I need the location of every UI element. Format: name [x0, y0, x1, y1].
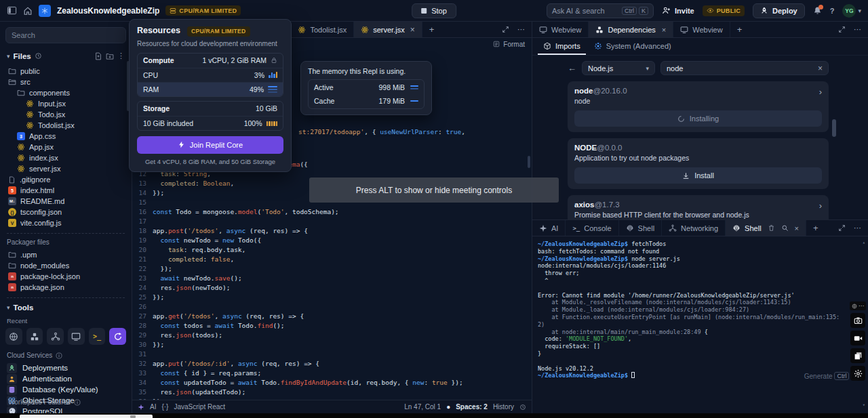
chevron-right-icon[interactable]: ›: [819, 201, 822, 211]
file-item-vite.config.js[interactable]: Vvite.config.js: [5, 217, 126, 228]
file-item-Input.jsx[interactable]: Input.jsx: [5, 98, 126, 109]
packager-item-package.json[interactable]: npackage.json: [5, 282, 126, 293]
package-list-scrollbar[interactable]: [832, 119, 836, 137]
project-name[interactable]: ZealousKnowledgeableZip: [57, 6, 159, 16]
deploy-button[interactable]: Deploy: [753, 3, 805, 18]
file-history-icon[interactable]: [35, 52, 42, 60]
terminal[interactable]: ~/ZealousKnowledgeableZip$ fetchTodosbas…: [532, 236, 868, 413]
chevron-right-icon[interactable]: ›: [819, 87, 822, 97]
pane-menu-icon[interactable]: ⋯: [517, 25, 525, 34]
panel-tab-webview[interactable]: Webview: [673, 22, 730, 37]
chevron-down-icon[interactable]: ▾: [7, 53, 10, 60]
cpu-ram-limited-badge[interactable]: CPU/RAM LIMITED: [165, 5, 241, 16]
packager-item-node_modules[interactable]: node_modules: [5, 260, 126, 271]
panel-tab-webview[interactable]: Webview: [532, 22, 589, 37]
cpu-row[interactable]: CPU3%: [138, 68, 283, 82]
new-tab-button[interactable]: +: [422, 22, 441, 37]
pane-menu-icon[interactable]: ⋯: [854, 224, 861, 232]
scroll-up-icon[interactable]: ▴: [863, 239, 865, 247]
files-menu-icon[interactable]: ⋮: [117, 51, 125, 60]
cloud-item-deployments[interactable]: Deployments: [5, 362, 126, 373]
language-mode[interactable]: JavaScript React: [174, 403, 225, 411]
panel-tab-shell[interactable]: Shell: [619, 220, 662, 236]
format-button[interactable]: Format: [503, 41, 525, 48]
search-shell-icon[interactable]: [781, 224, 789, 232]
sidebar-search-input[interactable]: Search: [5, 27, 126, 43]
join-replit-core-button[interactable]: Join Replit Core: [137, 136, 283, 154]
package-search-input[interactable]: node×: [660, 61, 829, 75]
editor-tab-Todolist.jsx[interactable]: Todolist.jsx: [291, 22, 354, 37]
scroll-down-icon[interactable]: ▾: [863, 402, 865, 409]
close-tab-icon[interactable]: ×: [795, 224, 799, 232]
expand-pane-icon[interactable]: [838, 26, 846, 33]
file-item-Todo.jsx[interactable]: Todo.jsx: [5, 109, 126, 120]
new-tab-button[interactable]: +: [730, 22, 749, 37]
tool-webview-button[interactable]: [5, 328, 22, 345]
invite-button[interactable]: Invite: [662, 6, 694, 15]
windows-copy-button[interactable]: [850, 348, 865, 363]
public-badge[interactable]: PUBLIC: [703, 5, 745, 16]
expand-pane-icon[interactable]: [838, 224, 846, 232]
ask-ai-search-input[interactable]: Ask AI & searchCtrlK: [547, 3, 654, 18]
stop-button[interactable]: Stop: [412, 3, 456, 18]
history-clock-icon[interactable]: [519, 404, 526, 411]
pane-menu-icon[interactable]: ⋯: [854, 25, 861, 34]
history-button[interactable]: History: [493, 403, 514, 411]
file-item-components[interactable]: components: [5, 87, 126, 98]
tool-output-button[interactable]: [68, 328, 85, 345]
file-item-App.jsx[interactable]: App.jsx: [5, 142, 126, 152]
editor-tab-server.jsx[interactable]: server.jsx×: [354, 22, 422, 37]
panel-tab-ai[interactable]: AI: [532, 220, 566, 236]
subtab-system-advanced-[interactable]: System (Advanced): [589, 38, 677, 55]
help-button[interactable]: ?: [830, 7, 835, 15]
cloud-item-database-key-value-[interactable]: Database (Key/Value): [5, 384, 126, 395]
file-item-README.md[interactable]: M↓README.md: [5, 196, 126, 207]
info-icon[interactable]: [56, 352, 62, 359]
install-button[interactable]: Install: [574, 167, 822, 184]
new-file-icon[interactable]: [94, 52, 102, 60]
file-item-public[interactable]: public: [5, 66, 126, 77]
tool-packages-button[interactable]: [109, 328, 126, 345]
ai-status-label[interactable]: AI: [150, 403, 156, 411]
runtime-select[interactable]: Node.js▾: [582, 61, 655, 75]
cloud-item-authentication[interactable]: Authentication: [5, 373, 126, 384]
file-item-.gitignore[interactable]: .gitignore: [5, 174, 126, 185]
file-item-index.jsx[interactable]: index.jsx: [5, 152, 126, 163]
back-arrow-icon[interactable]: ←: [568, 63, 576, 73]
close-tab-icon[interactable]: ×: [410, 25, 415, 35]
close-tab-icon[interactable]: ×: [662, 26, 666, 34]
file-item-server.jsx[interactable]: server.jsx: [5, 163, 126, 174]
panel-tab-networking[interactable]: Networking: [662, 220, 726, 236]
chevron-down-icon[interactable]: ▾: [7, 304, 10, 311]
clear-search-icon[interactable]: ×: [818, 64, 823, 73]
notifications-bell-icon[interactable]: [813, 6, 822, 15]
account-menu[interactable]: YG▾: [842, 4, 861, 18]
file-item-tsconfig.json[interactable]: {}tsconfig.json: [5, 207, 126, 217]
packager-item-package-lock.json[interactable]: npackage-lock.json: [5, 271, 126, 282]
packager-item-.upm[interactable]: .upm: [5, 249, 126, 260]
clear-shell-icon[interactable]: [768, 224, 775, 232]
file-item-Todolist.jsx[interactable]: Todolist.jsx: [5, 120, 126, 131]
home-icon[interactable]: [23, 6, 33, 16]
new-folder-icon[interactable]: [106, 52, 114, 60]
file-item-src[interactable]: src: [5, 77, 126, 87]
spaces-setting[interactable]: Spaces: 2: [456, 403, 488, 411]
tool-networking-button[interactable]: [47, 328, 64, 345]
installing-button[interactable]: Installing: [574, 110, 822, 127]
screenshot-camera-button[interactable]: [850, 313, 865, 328]
share-menu-chip[interactable]: ⋯: [850, 301, 866, 310]
ram-row[interactable]: RAM49%: [138, 82, 283, 96]
settings-gear-button[interactable]: [850, 366, 865, 381]
subtab-imports[interactable]: Imports: [538, 38, 586, 55]
editor-scrollbar[interactable]: [528, 156, 530, 168]
panel-tab-console[interactable]: >_Console: [566, 220, 618, 236]
file-item-index.html[interactable]: 5index.html: [5, 185, 126, 196]
info-icon[interactable]: [74, 399, 81, 406]
expand-pane-icon[interactable]: [502, 26, 509, 33]
tool-dependencies-button[interactable]: [26, 328, 43, 345]
repl-app-icon[interactable]: [39, 5, 51, 17]
panel-tab-dependencies[interactable]: Dependencies×: [589, 22, 673, 37]
sidebar-toggle-icon[interactable]: [7, 5, 17, 16]
panel-tab-shell[interactable]: Shell×: [726, 220, 806, 236]
new-tab-button[interactable]: +: [806, 220, 825, 236]
